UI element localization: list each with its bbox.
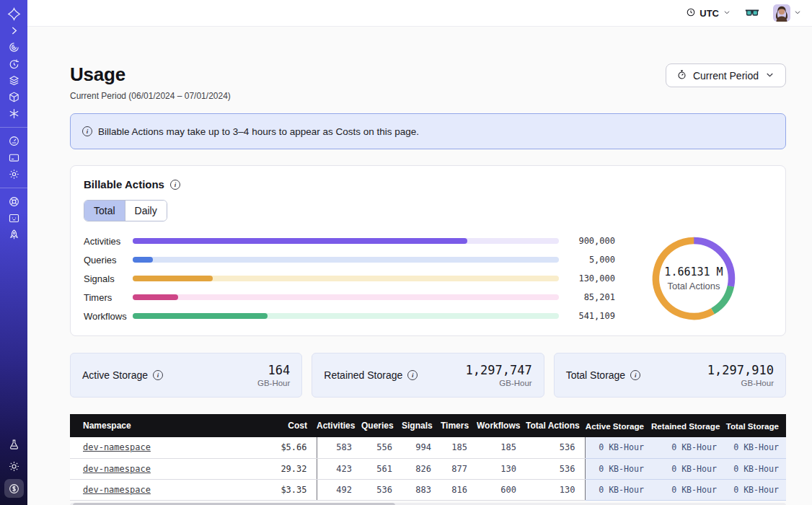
bar-fill — [133, 294, 178, 300]
storage-card-unit: GB-Hour — [257, 379, 290, 387]
page-subtitle: Current Period (06/01/2024 – 07/01/2024) — [70, 91, 231, 101]
account-menu[interactable] — [773, 4, 802, 22]
tab-total[interactable]: Total — [84, 201, 125, 221]
tab-daily[interactable]: Daily — [125, 201, 167, 221]
bar-fill — [133, 257, 153, 263]
active-storage-card: Active Storagei164GB-Hour — [70, 353, 302, 398]
cell-total_actions: 536 — [526, 458, 585, 479]
cell-total_actions: 130 — [526, 479, 585, 500]
cell-retained_storage: 0 KB-Hour — [651, 437, 724, 458]
terminal-icon[interactable] — [0, 210, 27, 227]
temporal-logo-icon[interactable] — [0, 6, 27, 22]
layers-icon[interactable] — [0, 72, 27, 89]
bar-label: Timers — [84, 292, 133, 303]
col-header-namespace: Namespace — [70, 414, 250, 437]
col-header-total_storage: Total Storage — [724, 414, 786, 437]
usage-table: NamespaceCostActivitiesQueriesSignalsTim… — [70, 414, 786, 505]
bar-value: 85,201 — [569, 292, 615, 302]
info-icon[interactable]: i — [153, 370, 163, 380]
cell-timers: 185 — [441, 437, 477, 458]
bar-track — [133, 276, 559, 281]
cell-total_storage: 0 KB-Hour — [724, 458, 786, 479]
lifebuoy-icon[interactable] — [0, 193, 27, 210]
storage-card-value: 1,297,910 — [707, 363, 774, 377]
cell-cost: 29.32 — [250, 458, 317, 479]
storage-card-value: 1,297,747 — [466, 363, 532, 377]
total-storage-card: Total Storagei1,297,910GB-Hour — [554, 353, 786, 398]
table-row: dev-namespace29.324235618268771305360 KB… — [70, 458, 786, 479]
flask-icon[interactable] — [0, 436, 27, 453]
namespace-link[interactable]: dev-namespace — [83, 442, 151, 452]
storage-card-value: 164 — [257, 363, 290, 377]
main-content: Usage Current Period (06/01/2024 – 07/01… — [27, 63, 812, 505]
cell-cost: $3.35 — [250, 479, 317, 500]
dev-glasses-button[interactable] — [744, 5, 760, 21]
bar-track — [133, 294, 559, 300]
info-icon[interactable]: i — [170, 180, 180, 190]
storage-card-label: Active Storage — [82, 369, 148, 381]
bar-label: Workflows — [84, 311, 133, 322]
chevron-right-icon[interactable] — [0, 22, 27, 39]
col-header-cost: Cost — [250, 414, 317, 437]
cell-activities: 492 — [317, 479, 361, 500]
dollar-coin-icon[interactable] — [4, 479, 24, 498]
billable-bar-chart: Activities900,000Queries5,000Signals130,… — [84, 232, 615, 325]
spiral-icon[interactable] — [0, 39, 27, 56]
storage-card-unit: GB-Hour — [707, 379, 774, 387]
bar-track — [133, 313, 559, 319]
cell-workflows: 185 — [477, 437, 526, 458]
avatar — [773, 4, 790, 22]
bar-value: 900,000 — [569, 236, 615, 246]
bar-fill — [133, 276, 213, 281]
billable-actions-title: Billable Actions — [84, 178, 164, 190]
scrollbar-thumb[interactable] — [73, 503, 395, 505]
timezone-selector[interactable]: UTC — [686, 7, 731, 19]
bar-value: 130,000 — [569, 273, 615, 284]
gauge-icon[interactable] — [0, 133, 27, 149]
clock-retry-icon[interactable] — [0, 56, 27, 72]
storage-card-unit: GB-Hour — [466, 379, 532, 387]
gear-icon[interactable] — [0, 166, 27, 183]
cell-workflows: 600 — [477, 479, 526, 500]
col-header-activities: Activities — [317, 414, 361, 437]
sun-icon[interactable] — [0, 457, 27, 475]
bar-row-queries: Queries5,000 — [84, 250, 615, 269]
billable-actions-card: Billable Actions i TotalDaily Activities… — [70, 165, 786, 336]
storage-card-label: Total Storage — [566, 369, 626, 381]
horizontal-scrollbar — [70, 503, 786, 505]
period-dropdown-button[interactable]: Current Period — [666, 63, 786, 87]
sidebar-divider — [0, 127, 27, 128]
info-banner: i Billable Actions may take up to 3–4 ho… — [70, 113, 786, 149]
bar-fill — [133, 313, 268, 319]
cell-queries: 536 — [361, 479, 402, 500]
bar-fill — [133, 238, 467, 244]
asterisk-icon[interactable] — [0, 105, 27, 122]
rocket-icon[interactable] — [0, 227, 27, 243]
app-root: UTC Usage Current Period (06/01/2024 – 0… — [0, 0, 812, 505]
cell-namespace: dev-namespace — [70, 458, 250, 479]
sidebar-nav-account — [0, 133, 27, 183]
period-dropdown-label: Current Period — [693, 70, 759, 82]
bar-row-activities: Activities900,000 — [84, 232, 615, 250]
info-icon[interactable]: i — [407, 370, 418, 380]
donut-total-label: Total Actions — [664, 281, 723, 291]
bar-value: 541,109 — [569, 311, 615, 321]
bar-row-timers: Timers85,201 — [84, 288, 615, 307]
col-header-queries: Queries — [361, 414, 402, 437]
info-banner-text: Billable Actions may take up to 3–4 hour… — [98, 126, 419, 137]
bar-track — [133, 257, 559, 263]
cell-active_storage: 0 KB-Hour — [585, 479, 651, 500]
cell-active_storage: 0 KB-Hour — [585, 458, 651, 479]
billing-card-icon[interactable] — [0, 149, 27, 166]
namespace-link[interactable]: dev-namespace — [83, 485, 151, 495]
billable-tabs: TotalDaily — [84, 200, 167, 221]
total-actions-donut: 1.66131 M Total Actions — [615, 234, 772, 323]
table-row: dev-namespace$5.665835569941851855360 KB… — [70, 437, 786, 458]
info-icon[interactable]: i — [630, 370, 640, 380]
cube-icon[interactable] — [0, 89, 27, 105]
cell-cost: $5.66 — [250, 437, 317, 458]
namespace-link[interactable]: dev-namespace — [83, 464, 151, 474]
retained-storage-card: Retained Storagei1,297,747GB-Hour — [312, 353, 544, 398]
bar-value: 5,000 — [569, 255, 615, 265]
cell-activities: 423 — [317, 458, 361, 479]
